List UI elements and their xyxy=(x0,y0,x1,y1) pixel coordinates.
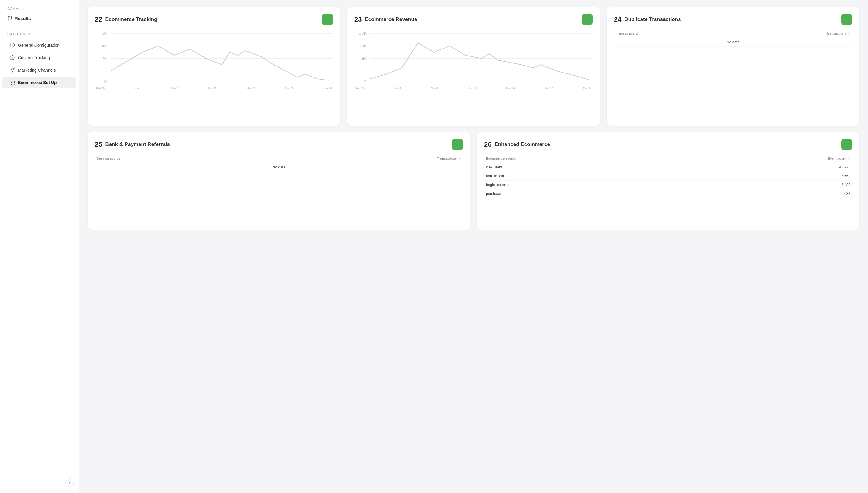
card-23-title: Ecommerce Revenue xyxy=(365,16,417,22)
event-name: purchase xyxy=(484,189,690,198)
col-session-source: Session source xyxy=(95,155,278,163)
top-cards-grid: 22 Ecommerce Tracking 60 40 20 0 xyxy=(87,7,860,126)
sidebar: GA4 Audit Results Categories General Con… xyxy=(0,0,79,493)
cart-icon xyxy=(10,80,15,85)
card-23-number: 23 xyxy=(355,16,362,23)
col-transactions[interactable]: Transactions ▼ xyxy=(730,30,852,38)
card-22: 22 Ecommerce Tracking 60 40 20 0 xyxy=(87,7,340,126)
card-24-header: 24 Duplicate Transactions xyxy=(614,14,852,25)
card-24-title-group: 24 Duplicate Transactions xyxy=(614,16,681,23)
table-row: view_item41,776 xyxy=(484,163,852,172)
event-name: add_to_cart xyxy=(484,172,690,180)
table-row: No data xyxy=(95,163,463,172)
flag-icon xyxy=(7,16,12,21)
card-23-chart: 15K 10K 5K 0 Feb 29 Mar 4 Mar 8 Mar 12 M… xyxy=(355,30,593,91)
card-22-badge xyxy=(322,14,333,25)
card-24-title: Duplicate Transactions xyxy=(624,16,681,22)
event-name: view_item xyxy=(484,163,690,172)
card-25-title-group: 25 Bank & Payment Referrals xyxy=(95,141,170,148)
no-data-label: No data xyxy=(95,163,463,172)
card-26: 26 Enhanced Ecommerce Ecommerce events E… xyxy=(477,132,860,230)
sidebar-item-label: General Configuration xyxy=(18,43,60,48)
line-chart-22: 60 40 20 0 xyxy=(95,30,333,85)
sidebar-item-label: Marketing Channels xyxy=(18,68,56,72)
card-23-header: 23 Ecommerce Revenue xyxy=(355,14,593,25)
line-chart-23: 15K 10K 5K 0 xyxy=(355,30,593,85)
card-24: 24 Duplicate Transactions Transaction ID… xyxy=(607,7,860,126)
col-transactions[interactable]: Transactions ▼ xyxy=(278,155,463,163)
card-22-chart: 60 40 20 0 Feb 29 Mar 4 Mar 8 Mar 12 Mar… xyxy=(95,30,333,91)
bottom-cards-grid: 25 Bank & Payment Referrals Session sour… xyxy=(87,132,860,230)
svg-point-2 xyxy=(12,57,13,58)
event-count: 41,776 xyxy=(690,163,852,172)
card-26-number: 26 xyxy=(484,141,491,148)
table-row: begin_checkout2,482 xyxy=(484,180,852,189)
sidebar-item-label: Custom Tracking xyxy=(18,55,50,60)
table-row: No data xyxy=(614,38,852,47)
sidebar-item-ecommerce[interactable]: Ecommerce Set Up xyxy=(2,77,76,88)
svg-text:20: 20 xyxy=(102,56,107,60)
table-row: add_to_cart7,569 xyxy=(484,172,852,180)
card-25-badge xyxy=(452,139,463,150)
svg-text:10K: 10K xyxy=(359,44,367,48)
card-26-header: 26 Enhanced Ecommerce xyxy=(484,139,852,150)
card-22-title: Ecommerce Tracking xyxy=(105,16,157,22)
svg-text:0: 0 xyxy=(363,80,366,84)
svg-point-4 xyxy=(14,84,14,84)
collapse-button[interactable] xyxy=(65,478,74,487)
sidebar-item-label: Ecommerce Set Up xyxy=(18,80,57,85)
sidebar-item-custom[interactable]: Custom Tracking xyxy=(2,52,76,63)
card-26-title: Enhanced Ecommerce xyxy=(494,142,550,148)
no-data-label: No data xyxy=(614,38,852,47)
card-25: 25 Bank & Payment Referrals Session sour… xyxy=(87,132,470,230)
main-content: 22 Ecommerce Tracking 60 40 20 0 xyxy=(79,0,868,493)
sidebar-divider xyxy=(0,26,79,26)
app-title: GA4 Audit xyxy=(7,7,72,11)
card-24-badge xyxy=(841,14,852,25)
svg-text:15K: 15K xyxy=(359,31,367,36)
svg-text:0: 0 xyxy=(104,80,107,84)
card-24-number: 24 xyxy=(614,16,621,23)
gear-icon xyxy=(10,55,15,60)
megaphone-icon xyxy=(10,67,15,72)
card-22-x-labels: Feb 29 Mar 4 Mar 8 Mar 12 Mar 16 Mar 20 … xyxy=(95,87,333,90)
card-25-table: Session source Transactions ▼ No data xyxy=(95,155,463,172)
svg-text:40: 40 xyxy=(102,44,107,48)
svg-point-3 xyxy=(12,84,12,84)
card-25-header: 25 Bank & Payment Referrals xyxy=(95,139,463,150)
chevron-left-icon xyxy=(67,480,72,485)
card-23: 23 Ecommerce Revenue 15K 10K 5K 0 xyxy=(347,7,600,126)
card-22-title-group: 22 Ecommerce Tracking xyxy=(95,16,157,23)
event-name: begin_checkout xyxy=(484,180,690,189)
col-transaction-id: Transaction ID xyxy=(614,30,730,38)
categories-label: Categories xyxy=(0,30,79,39)
card-22-number: 22 xyxy=(95,16,102,23)
event-count: 2,482 xyxy=(690,180,852,189)
col-event-count[interactable]: Event count ▼ xyxy=(690,155,852,163)
results-link[interactable]: Results xyxy=(0,14,79,26)
table-row: purchase633 xyxy=(484,189,852,198)
sidebar-header: GA4 Audit xyxy=(0,0,79,14)
card-26-table: Ecommerce events Event count ▼ view_item… xyxy=(484,155,852,198)
card-26-title-group: 26 Enhanced Ecommerce xyxy=(484,141,550,148)
card-23-badge xyxy=(582,14,593,25)
col-ecommerce-events: Ecommerce events xyxy=(484,155,690,163)
svg-text:5K: 5K xyxy=(360,56,366,60)
results-label: Results xyxy=(15,16,31,21)
card-22-header: 22 Ecommerce Tracking xyxy=(95,14,333,25)
card-25-title: Bank & Payment Referrals xyxy=(105,142,170,148)
sidebar-item-general[interactable]: General Configuration xyxy=(2,40,76,51)
check-circle-icon xyxy=(10,43,15,48)
sidebar-item-marketing[interactable]: Marketing Channels xyxy=(2,64,76,76)
svg-text:60: 60 xyxy=(102,31,107,36)
event-count: 633 xyxy=(690,189,852,198)
card-24-table: Transaction ID Transactions ▼ No data xyxy=(614,30,852,47)
card-23-title-group: 23 Ecommerce Revenue xyxy=(355,16,417,23)
event-count: 7,569 xyxy=(690,172,852,180)
card-23-x-labels: Feb 29 Mar 4 Mar 8 Mar 12 Mar 16 Mar 20 … xyxy=(355,87,593,90)
card-26-badge xyxy=(841,139,852,150)
card-25-number: 25 xyxy=(95,141,102,148)
